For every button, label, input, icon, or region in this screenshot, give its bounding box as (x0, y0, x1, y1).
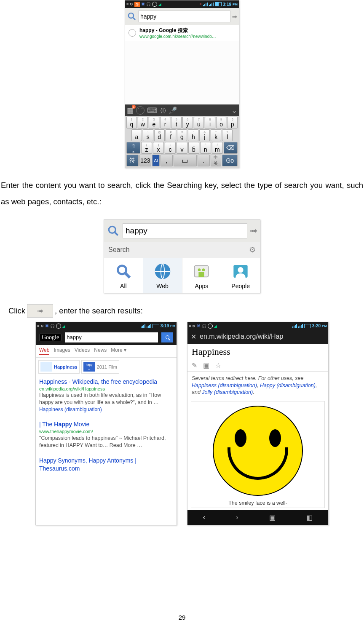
key-t[interactable]: 5t (171, 117, 182, 128)
gtab-news[interactable]: News (94, 347, 107, 355)
text-click: Click (8, 306, 25, 316)
alarm-icon (56, 324, 61, 329)
result-link: Happiness (disambiguation) (39, 406, 173, 413)
key-s[interactable]: !s (143, 129, 153, 141)
key-f[interactable]: #f (166, 129, 176, 141)
key-n[interactable]: "n (200, 142, 211, 154)
link-disambig-3[interactable]: Jolly (disambiguation) (202, 389, 253, 395)
search-input-2[interactable] (123, 223, 247, 238)
back-icon[interactable]: ‹ (203, 514, 205, 521)
key-lang[interactable]: 中英 (211, 155, 222, 166)
key-symbol[interactable]: 符 (126, 155, 139, 166)
grid-icon[interactable]: ▦1 (127, 107, 134, 115)
key-x[interactable]: )x (153, 142, 164, 154)
key-i[interactable]: 8i (205, 117, 215, 128)
card-happiness[interactable]: Happiness (38, 360, 80, 374)
keyboard-icon[interactable]: ⌨ (147, 107, 158, 115)
star-icon[interactable]: ☆ (215, 361, 221, 369)
forward-icon[interactable]: › (236, 514, 238, 521)
clipboard-icon[interactable]: ⟨Ⅰ⟩ (160, 107, 166, 114)
result-3[interactable]: Happy Synonyms, Happy Antonyms | Thesaur… (36, 455, 177, 474)
key-r[interactable]: 4r (160, 117, 171, 128)
key-j[interactable]: &j (199, 129, 210, 141)
url-text[interactable]: en.m.wikipedia.org/wiki/Hap (200, 333, 283, 340)
screenshot-2: ➟ Search ⚙ All Web Apps People (104, 219, 260, 293)
go-arrow-icon[interactable]: ➟ (250, 225, 257, 236)
google-input[interactable] (65, 332, 158, 342)
key-ime[interactable]: AI (152, 155, 160, 166)
search-input[interactable] (138, 11, 230, 22)
battery-icon (153, 324, 159, 328)
key-shift[interactable]: ⇧a (126, 142, 140, 154)
tab-apps[interactable]: Apps (182, 258, 222, 293)
tab-web[interactable]: Web (143, 258, 182, 293)
svg-line-3 (115, 233, 118, 235)
smiley-image (213, 406, 303, 496)
tab-all[interactable]: All (104, 258, 143, 293)
key-d[interactable]: @d (154, 129, 165, 141)
signal-icon (141, 324, 145, 328)
key-b[interactable]: _b (188, 142, 199, 154)
image-icon[interactable]: ▣ (203, 361, 209, 369)
key-row-1: 1q 2w 3e 4r 5t 6y 7u 8i 9o 0p (125, 116, 239, 129)
wiki-title: Happiness (187, 344, 328, 360)
key-period[interactable]: . (198, 155, 210, 166)
arrow-button-icon: ➟ (27, 304, 53, 318)
gtab-web[interactable]: Web (39, 347, 49, 355)
history-icon (128, 29, 136, 37)
tab-people[interactable]: People (221, 258, 260, 293)
key-v[interactable]: -v (177, 142, 187, 154)
result-2[interactable]: | The Happy Movie www.thehappymovie.com/… (36, 419, 177, 450)
key-u[interactable]: 7u (194, 117, 204, 128)
key-z[interactable]: (z (141, 142, 152, 154)
blank-area (125, 41, 239, 104)
key-backspace[interactable]: ⌫ (224, 142, 238, 154)
key-y[interactable]: 6y (182, 117, 193, 128)
gtab-images[interactable]: Images (54, 347, 70, 355)
search-icon (107, 224, 120, 238)
edit-icon[interactable]: ✎ (192, 361, 197, 369)
key-g[interactable]: %g (177, 129, 187, 141)
wiki-toolbar: ✎ ▣ ☆ (187, 360, 328, 372)
tabs-icon[interactable]: ▣ (269, 514, 276, 522)
link-disambig-1[interactable]: Happiness (disambiguation) (192, 383, 257, 388)
key-q[interactable]: 1q (126, 117, 137, 128)
key-comma[interactable]: , (161, 155, 173, 166)
key-o[interactable]: 9o (216, 117, 227, 128)
key-p[interactable]: 0p (227, 117, 238, 128)
close-icon[interactable]: ✕ (191, 333, 196, 341)
card-film[interactable]: happ⌣2011 Film (81, 360, 119, 374)
link-disambig-2[interactable]: Happy (disambiguation) (260, 383, 316, 388)
key-c[interactable]: :c (165, 142, 176, 154)
key-k[interactable]: *k (211, 129, 221, 141)
result-1[interactable]: Happiness - Wikipedia, the free encyclop… (36, 376, 177, 415)
key-m[interactable]: /m (212, 142, 223, 154)
key-h[interactable]: 'h (188, 129, 198, 141)
wifi-icon: ◢ (158, 2, 161, 6)
go-arrow-icon[interactable]: ➟ (232, 13, 237, 21)
key-space[interactable]: ⌴ (174, 155, 197, 166)
key-123[interactable]: 123 (139, 155, 152, 166)
emoji-icon[interactable] (136, 106, 145, 115)
search-suggestion[interactable]: happy - Google 搜索 www.google.com.hk/sear… (125, 25, 239, 41)
clock-pm: PM (233, 3, 238, 6)
key-e[interactable]: 3e (149, 117, 159, 128)
svg-point-12 (238, 267, 243, 273)
gtab-more[interactable]: More ▾ (111, 347, 126, 355)
settings-icon[interactable]: ⚙ (249, 245, 256, 254)
key-l[interactable]: ?l (222, 129, 233, 141)
key-a[interactable]: ~a (131, 129, 142, 141)
clock-pm: PM (170, 324, 175, 328)
menu-icon: ≡ (126, 2, 128, 6)
kb-toolbar: ▦1 ⌨ ⟨Ⅰ⟩ 🎤 ⌄ (125, 104, 239, 116)
bookmark-icon[interactable]: ◧ (306, 514, 313, 522)
collapse-icon[interactable]: ⌄ (231, 107, 237, 115)
google-search-button[interactable] (161, 332, 173, 342)
gtab-videos[interactable]: Videos (75, 347, 90, 355)
clock-time: 3:19 (223, 2, 231, 7)
mic-icon[interactable]: 🎤 (169, 107, 177, 115)
key-go[interactable]: Go (222, 155, 238, 166)
key-w[interactable]: 2w (138, 117, 148, 128)
screenshot-4: ≡ ↻ ⌘ 🎧 ◢ 3:20 PM ✕ en.m.wikipedia.org/w… (187, 322, 329, 526)
suggestion-title: happy - Google 搜索 (139, 27, 216, 34)
